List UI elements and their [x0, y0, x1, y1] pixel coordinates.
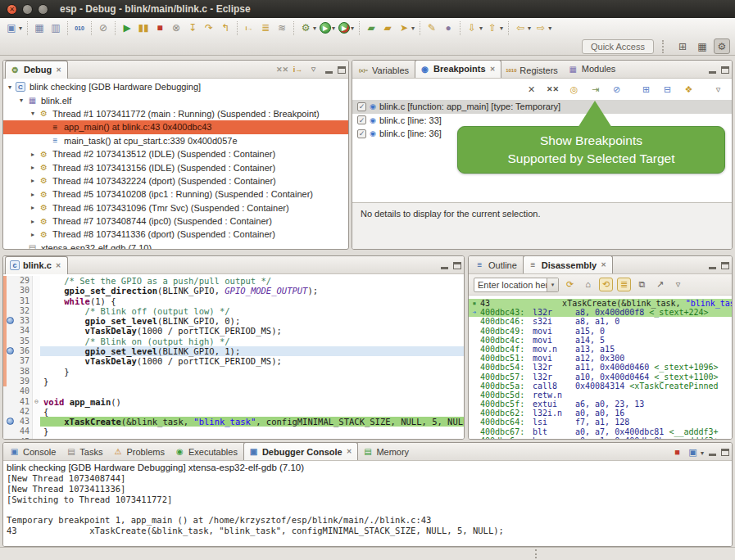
code-line[interactable]: while(1) {	[40, 296, 464, 306]
step-over-button[interactable]: ↷	[201, 20, 217, 36]
debug-tree-row[interactable]: ▸⚙Thread #8 1073411336 (dport) (Suspende…	[3, 228, 348, 241]
debug-tree-row[interactable]: ▾⚙Thread #1 1073411772 (main : Running) …	[3, 107, 348, 120]
editor-gutter[interactable]	[3, 437, 14, 440]
show-breakpoints-supported-icon[interactable]: ◎	[567, 83, 581, 97]
editor-line[interactable]: 33 gpio_set_level(BLINK_GPIO, 0);	[3, 316, 464, 326]
editor-gutter[interactable]	[3, 286, 14, 296]
refresh-icon[interactable]: ⟳	[563, 278, 577, 291]
location-input[interactable]: Enter location here	[474, 280, 547, 290]
disassembly-row[interactable]: 400dbc4c:movia14, 5	[469, 336, 732, 345]
previous-annotation-button[interactable]: ⇧▾	[484, 20, 505, 36]
editor-gutter[interactable]	[3, 276, 14, 286]
dropdown-caret[interactable]: ▾	[332, 25, 335, 32]
editor-gutter[interactable]	[3, 306, 14, 316]
disassembly-row[interactable]: 400dbc57:l32ra10, 0x400d0464 <_stext+110…	[469, 373, 732, 382]
editor-line[interactable]: 35 /* Blink on (output high) */	[3, 336, 464, 346]
disassembly-row[interactable]: 400dbc62:l32i.na0, a0, 16	[469, 409, 732, 418]
minimize-button[interactable]	[441, 267, 448, 269]
disassembly-row[interactable]: 400dbc5a:call80x40084314 <xTaskCreatePin…	[469, 382, 732, 391]
disassembly-row[interactable]: 400dbc51:movia12, 0x300	[469, 354, 732, 363]
bottom-tab-tasks[interactable]: ▤Tasks	[61, 443, 108, 461]
open-perspective-icon[interactable]: ⊞	[674, 38, 691, 54]
step-return-button[interactable]: ↰	[217, 20, 234, 36]
maximize-button[interactable]	[721, 262, 729, 269]
editor-gutter[interactable]	[3, 316, 14, 326]
close-icon[interactable]: ✕	[56, 262, 61, 269]
breakpoint-marker-icon[interactable]	[7, 347, 14, 355]
use-step-filters-button[interactable]: ≋	[274, 20, 290, 36]
tree-expander-icon[interactable]: ▸	[28, 177, 38, 184]
tree-expander-icon[interactable]: ▸	[28, 164, 38, 171]
editor-line[interactable]: 40	[3, 386, 464, 396]
debug-button[interactable]: ⚙▾	[297, 20, 318, 36]
coverage-button[interactable]: ▶▾	[337, 20, 356, 36]
editor-gutter[interactable]	[3, 326, 14, 336]
editor-line[interactable]: 44}	[3, 427, 464, 436]
minimize-button[interactable]	[709, 454, 716, 456]
editor-gutter[interactable]	[3, 427, 14, 436]
breakpoint-checkbox[interactable]: ✓	[357, 129, 366, 138]
remove-breakpoint-icon[interactable]: ✕	[524, 83, 538, 97]
debug-tree-row[interactable]: ▸⚙Thread #6 1073431096 (Tmr Svc) (Suspen…	[3, 201, 348, 215]
launch-button[interactable]: ➤▾	[396, 20, 416, 36]
open-project-button[interactable]: ▰	[363, 20, 379, 36]
editor-body[interactable]: 29 /* Set the GPIO as a push/pull output…	[3, 274, 464, 440]
maximize-button[interactable]	[453, 262, 461, 269]
editor-gutter[interactable]	[3, 336, 14, 346]
disassembly-row[interactable]: 400dbc5d:retw.n	[469, 391, 732, 400]
bottom-tab-problems[interactable]: ⚠Problems	[108, 443, 170, 461]
editor-line[interactable]: 36 gpio_set_level(BLINK_GPIO, 1);	[3, 346, 464, 356]
build-binary-button[interactable]: 010	[71, 20, 88, 36]
dropdown-caret[interactable]: ▾	[313, 25, 316, 32]
track-execution-icon[interactable]: ⟲	[599, 278, 613, 291]
breakpoint-checkbox[interactable]: ✓	[357, 115, 366, 124]
disconnect-button[interactable]: ⊗	[168, 20, 184, 36]
dropdown-caret[interactable]: ▾	[351, 25, 354, 32]
code-line[interactable]: {	[40, 407, 464, 417]
annotate-button[interactable]: ✎	[424, 20, 440, 36]
bottom-tab-executables[interactable]: ◉Executables	[170, 443, 243, 461]
sash-handle[interactable]	[535, 549, 538, 558]
search-button[interactable]: ●	[440, 20, 456, 36]
code-line[interactable]: /* Blink off (output low) */	[40, 306, 464, 316]
editor-gutter[interactable]	[3, 417, 14, 427]
save-button[interactable]: ▦	[31, 20, 48, 36]
code-line[interactable]: }	[40, 367, 464, 377]
disassembly-row[interactable]: 400dbc6a:bnonea0, a1, 0x400dbc8b <__addd…	[469, 436, 732, 440]
editor-line[interactable]: 43 xTaskCreate(&blink_task, "blink_task"…	[3, 417, 464, 427]
collapse-all-icon[interactable]: ⊟	[660, 83, 674, 97]
maximize-button[interactable]	[721, 449, 729, 456]
editor-line[interactable]: 45	[3, 437, 464, 440]
debug-perspective-icon[interactable]: ⚙	[714, 38, 730, 54]
window-minimize-icon[interactable]	[22, 4, 33, 15]
back-history-button[interactable]: ⇦▾	[512, 20, 533, 36]
run-button[interactable]: ▶▾	[318, 20, 337, 36]
editor-line[interactable]: 32 /* Blink off (output low) */	[3, 306, 464, 316]
combo-dropdown-icon[interactable]: ▾	[547, 278, 558, 291]
tree-expander-icon[interactable]: ▸	[28, 191, 38, 198]
window-close-icon[interactable]: ✕	[7, 4, 17, 15]
editor-gutter[interactable]	[3, 367, 14, 377]
debug-tree-row[interactable]: ▾▦blink.elf	[3, 93, 348, 106]
skip-all-breakpoints-button[interactable]: ⊘	[95, 20, 111, 36]
view-menu-icon[interactable]: ▿	[306, 62, 320, 76]
next-annotation-button[interactable]: ⇩▾	[464, 20, 484, 36]
minimize-button[interactable]	[709, 71, 716, 74]
code-line[interactable]: }	[40, 427, 464, 436]
code-line[interactable]	[40, 386, 464, 396]
stack-tab-breakpoints[interactable]: ◉Breakpoints✕	[415, 60, 501, 78]
bottom-tab-console[interactable]: ▣Console	[5, 443, 61, 461]
dropdown-caret[interactable]: ▾	[528, 25, 531, 32]
copy-view-icon[interactable]: ⧉	[635, 278, 649, 291]
breakpoint-marker-icon[interactable]	[7, 317, 14, 324]
disassembly-row[interactable]: 400dbc46:s32ia8, a1, 0	[469, 317, 732, 326]
disassembly-row[interactable]: 400dbc49:movia15, 0	[469, 327, 732, 336]
code-line[interactable]: xTaskCreate(&blink_task, "blink_task", c…	[40, 417, 465, 427]
editor-tab-blink-c[interactable]: cblink.c✕	[5, 256, 68, 274]
code-line[interactable]: gpio_set_level(BLINK_GPIO, 1);	[40, 346, 464, 356]
remove-all-breakpoints-icon[interactable]: ✕✕	[546, 83, 560, 97]
instruction-stepping-toggle-icon[interactable]: i→	[291, 63, 305, 77]
instruction-stepping-button[interactable]: i→	[241, 20, 257, 36]
quick-access-button[interactable]: Quick Access	[582, 39, 654, 54]
maximize-button[interactable]	[721, 66, 729, 74]
